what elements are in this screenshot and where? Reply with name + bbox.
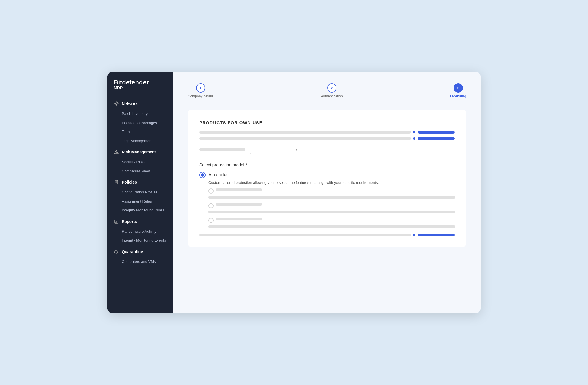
sidebar-policies-label: Policies: [122, 180, 137, 184]
quarantine-icon: [114, 249, 119, 254]
sub-radio-2[interactable]: [208, 203, 214, 208]
radio-label-ala-carte: Ala carte: [208, 172, 227, 178]
sidebar-reports-label: Reports: [122, 219, 137, 224]
svg-point-0: [116, 103, 117, 105]
sub-skeleton-2: [216, 203, 262, 206]
sub-desc-2: [208, 211, 455, 213]
loading-bar-1a: [199, 131, 411, 134]
sub-desc-3: [208, 225, 455, 228]
sub-radio-3[interactable]: [208, 218, 214, 223]
bottom-bar-1a: [199, 234, 411, 236]
step-1: 1 Company details: [188, 83, 213, 98]
svg-point-3: [116, 153, 116, 153]
chevron-down-icon: ▼: [295, 147, 298, 151]
radio-desc-ala-carte: Custom tailored protection allowing you …: [208, 180, 455, 186]
protection-section: Select protection model * Ala carte Cust…: [199, 162, 455, 228]
sidebar-item-config-profiles[interactable]: Configuration Profiles: [107, 188, 173, 197]
loading-row-1: [199, 131, 455, 134]
step-line-2: [343, 88, 450, 88]
sidebar-section-network-header[interactable]: Network: [107, 98, 173, 109]
sidebar-item-integrity-monitoring-rules[interactable]: Integrity Monitoring Rules: [107, 206, 173, 215]
sidebar-section-risk: Risk Management Security Risks Companies…: [107, 147, 173, 176]
gear-icon: [114, 101, 119, 106]
step-1-circle: 1: [196, 83, 205, 93]
sidebar: Bitdefender MDR Network Patch Inventory …: [107, 72, 173, 313]
loading-dot-2: [413, 137, 415, 140]
sidebar-item-integrity-monitoring-events[interactable]: Integrity Monitoring Events: [107, 236, 173, 245]
loading-bar-2b: [418, 137, 455, 140]
protection-model-label: Select protection model *: [199, 162, 455, 167]
sidebar-item-tags-management[interactable]: Tags Management: [107, 136, 173, 146]
sub-desc-1: [208, 196, 455, 199]
sidebar-section-reports: Reports Ransomware Activity Integrity Mo…: [107, 216, 173, 245]
sub-skeleton-3: [216, 218, 262, 220]
radio-option-ala-carte[interactable]: Ala carte Custom tailored protection all…: [199, 172, 455, 228]
sub-skeleton-1: [216, 188, 262, 191]
main-content: 1 Company details 2 Authentication 3 Lic…: [173, 72, 481, 313]
sidebar-section-quarantine-header[interactable]: Quarantine: [107, 246, 173, 257]
sidebar-item-assignment-rules[interactable]: Assignment Rules: [107, 197, 173, 206]
step-line-1: [213, 88, 321, 88]
stepper: 1 Company details 2 Authentication 3 Lic…: [188, 83, 466, 98]
bottom-bar-row: [199, 234, 455, 236]
step-3-label: Licensing: [450, 94, 466, 98]
sidebar-item-computers-vms[interactable]: Computers and VMs: [107, 257, 173, 266]
risk-icon: [114, 149, 119, 155]
policy-icon: [114, 180, 119, 185]
section-title: PRODUCTS FOR OWN USE: [199, 120, 455, 125]
sidebar-item-security-risks[interactable]: Security Risks: [107, 157, 173, 167]
step-2: 2 Authentication: [321, 83, 343, 98]
reports-icon: [114, 219, 119, 224]
loading-row-2: [199, 137, 455, 140]
step-3: 3 Licensing: [450, 83, 466, 98]
sidebar-section-policies: Policies Configuration Profiles Assignme…: [107, 177, 173, 215]
sidebar-section-reports-header[interactable]: Reports: [107, 216, 173, 227]
main-card: PRODUCTS FOR OWN USE ▼: [188, 110, 466, 247]
sidebar-section-quarantine: Quarantine Computers and VMs: [107, 246, 173, 266]
sub-radio-1[interactable]: [208, 188, 214, 194]
svg-rect-4: [115, 180, 118, 184]
radio-row-ala-carte: Ala carte: [199, 172, 455, 178]
sidebar-item-tasks[interactable]: Tasks: [107, 127, 173, 136]
sidebar-item-installation-packages[interactable]: Installation Packages: [107, 118, 173, 128]
sidebar-item-ransomware-activity[interactable]: Ransomware Activity: [107, 227, 173, 236]
bottom-dot: [413, 234, 415, 236]
sub-option-1-row: [208, 188, 455, 194]
step-3-circle: 3: [454, 83, 463, 93]
dropdown-input[interactable]: ▼: [250, 145, 301, 154]
sidebar-section-policies-header[interactable]: Policies: [107, 177, 173, 188]
radio-circle-ala-carte[interactable]: [199, 172, 206, 178]
loading-bar-1b: [418, 131, 455, 134]
sidebar-risk-label: Risk Management: [122, 150, 156, 154]
sidebar-network-label: Network: [122, 101, 138, 106]
sidebar-section-network: Network Patch Inventory Installation Pac…: [107, 98, 173, 145]
sidebar-section-risk-header[interactable]: Risk Management: [107, 147, 173, 157]
loading-bar-2a: [199, 137, 411, 140]
ala-carte-options: [208, 188, 455, 228]
loading-dot-1: [413, 131, 415, 133]
loading-bar-label: [199, 148, 245, 151]
brand-name: Bitdefender: [114, 79, 167, 86]
sidebar-logo: Bitdefender MDR: [107, 79, 173, 98]
app-container: Bitdefender MDR Network Patch Inventory …: [107, 72, 481, 313]
sidebar-item-companies-view[interactable]: Companies View: [107, 167, 173, 176]
step-1-label: Company details: [188, 94, 213, 98]
sidebar-item-patch-inventory[interactable]: Patch Inventory: [107, 109, 173, 118]
bottom-bar-1b: [418, 234, 455, 236]
sub-option-2-row: [208, 203, 455, 208]
sidebar-quarantine-label: Quarantine: [122, 249, 143, 254]
step-2-label: Authentication: [321, 94, 343, 98]
input-row: ▼: [199, 145, 455, 154]
step-2-circle: 2: [327, 83, 336, 93]
brand-sub: MDR: [114, 86, 167, 90]
sub-option-3-row: [208, 218, 455, 223]
